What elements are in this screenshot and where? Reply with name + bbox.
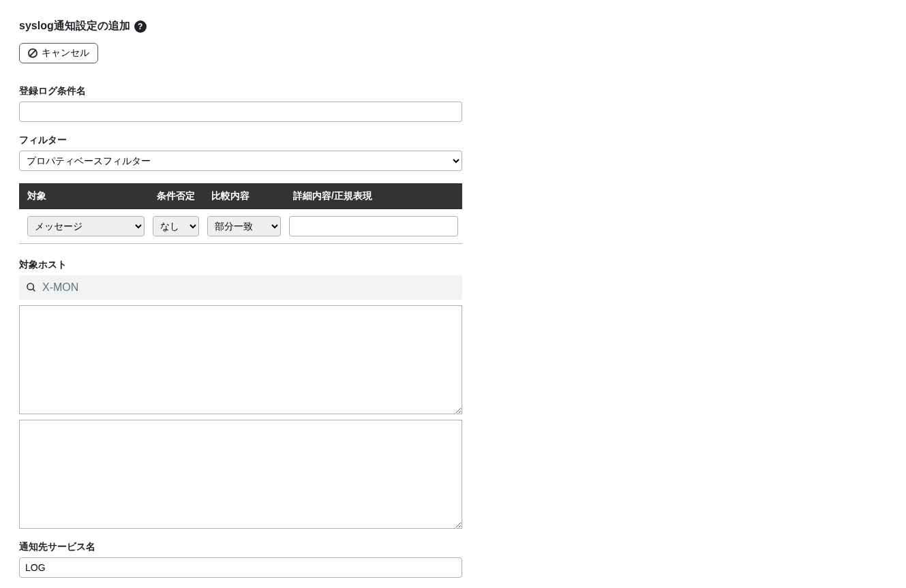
svg-point-0 — [27, 283, 33, 290]
cancel-label: キャンセル — [42, 47, 89, 59]
col-compare: 比較内容 — [203, 183, 285, 209]
hosts-box-2[interactable] — [19, 420, 462, 529]
divider — [19, 243, 462, 244]
filter-select[interactable]: プロパティベースフィルター — [19, 151, 462, 171]
help-icon[interactable]: ? — [134, 20, 147, 33]
name-label: 登録ログ条件名 — [19, 85, 462, 97]
target-select[interactable]: メッセージ — [27, 216, 145, 236]
col-target: 対象 — [19, 183, 149, 209]
service-label: 通知先サービス名 — [19, 541, 462, 553]
compare-select[interactable]: 部分一致 — [207, 216, 281, 236]
page-title: syslog通知設定の追加 — [19, 19, 130, 33]
filter-label: フィルター — [19, 134, 462, 146]
col-negate: 条件否定 — [149, 183, 203, 209]
service-input[interactable] — [19, 557, 462, 578]
host-search[interactable] — [19, 275, 462, 300]
cancel-icon — [28, 48, 37, 58]
hosts-box-1[interactable] — [19, 305, 462, 414]
col-detail: 詳細内容/正規表現 — [285, 183, 462, 209]
host-search-input[interactable] — [41, 281, 455, 294]
search-icon — [26, 282, 37, 293]
name-input[interactable] — [19, 102, 462, 122]
svg-line-1 — [33, 289, 35, 291]
detail-input[interactable] — [289, 216, 458, 236]
cancel-button[interactable]: キャンセル — [19, 43, 98, 63]
hosts-label: 対象ホスト — [19, 259, 462, 271]
filter-table: 対象 条件否定 比較内容 詳細内容/正規表現 メッセージ なし — [19, 183, 462, 243]
negate-select[interactable]: なし — [153, 216, 199, 236]
